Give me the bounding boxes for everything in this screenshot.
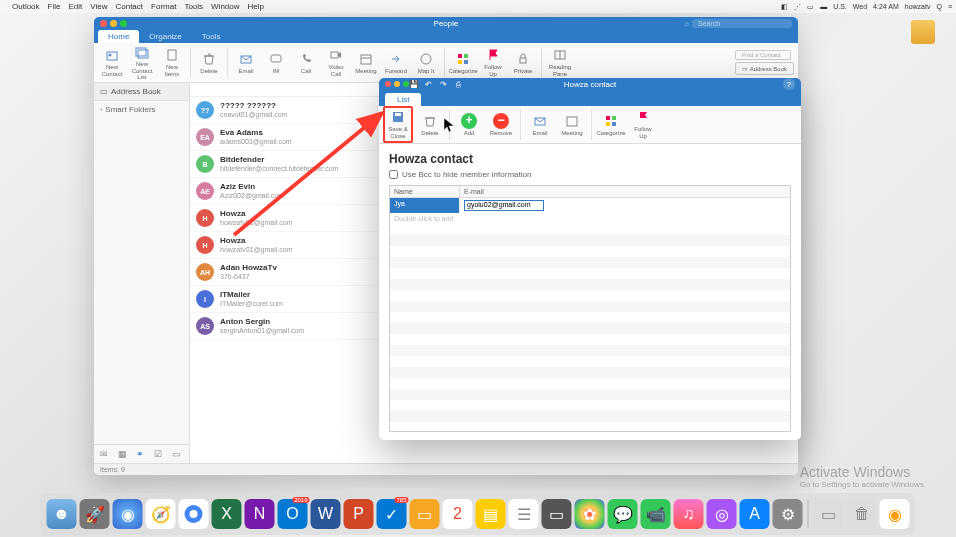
sidebar-address-book[interactable]: ▭Address Book [94,83,189,101]
tasks-icon[interactable]: ☑ [152,449,164,459]
people-icon[interactable]: ⚭ [134,449,146,459]
app-name[interactable]: Outlook [12,2,40,11]
column-email[interactable]: E-mail [460,186,790,197]
status-icon[interactable]: ◧ [781,3,788,11]
popup-categorize-button[interactable]: Categorize [596,113,626,137]
dock-appstore[interactable]: A [740,499,770,529]
bcc-checkbox[interactable] [389,170,398,179]
dock-safari[interactable]: 🧭 [146,499,176,529]
clock-time[interactable]: 4:24 AM [873,3,899,10]
search-input[interactable]: Search [692,19,792,28]
find-contact-input[interactable]: Find a Contact [735,50,791,60]
dock-facetime[interactable]: 📹 [641,499,671,529]
popup-tab-list[interactable]: List [385,93,421,106]
menu-contact[interactable]: Contact [115,2,143,11]
email-button[interactable]: Email [232,51,260,75]
help-button[interactable]: ? [783,78,795,90]
popup-delete-button[interactable]: Delete [415,113,445,137]
dock-settings[interactable]: ⚙ [773,499,803,529]
dock-podcasts[interactable]: ◎ [707,499,737,529]
flag-icon[interactable]: ▬ [820,3,827,10]
calendar-icon[interactable]: ▦ [116,449,128,459]
dock-app[interactable]: ◉ [880,499,910,529]
popup-titlebar[interactable]: 💾 ↶ ↷ ⎙ Howza contact ? [379,78,801,90]
input-lang[interactable]: U.S. [833,3,847,10]
user-name[interactable]: howzatv [905,3,931,10]
dock-onenote[interactable]: N [245,499,275,529]
menu-window[interactable]: Window [211,2,239,11]
follow-up-button[interactable]: FollowUp [479,47,507,77]
meeting-button[interactable]: Meeting [352,51,380,75]
dock-messages[interactable]: 💬 [608,499,638,529]
dock-music[interactable]: ♫ [674,499,704,529]
new-contact-list-button[interactable]: NewContact List [128,44,156,81]
dock-books[interactable]: ▭ [410,499,440,529]
window-titlebar[interactable]: People ⌕ Search [94,17,798,29]
dock-powerpoint[interactable]: P [344,499,374,529]
address-book-button[interactable]: ▭Address Book [735,62,794,75]
dock-finder[interactable]: ☻ [47,499,77,529]
column-name[interactable]: Name [390,186,460,197]
categorize-button[interactable]: Categorize [449,51,477,75]
maximize-button[interactable] [120,20,127,27]
battery-icon[interactable]: ▭ [807,3,814,11]
menu-file[interactable]: File [48,2,61,11]
reading-pane-button[interactable]: ReadingPane [546,47,574,77]
private-button[interactable]: Private [509,51,537,75]
popup-minimize-button[interactable] [394,81,400,87]
dock-word[interactable]: W [311,499,341,529]
dock-reminders[interactable]: ☰ [509,499,539,529]
tab-organize[interactable]: Organize [139,30,191,43]
menu-format[interactable]: Format [151,2,176,11]
tab-home[interactable]: Home [98,30,139,43]
add-placeholder[interactable]: Double-click to add [390,213,790,224]
member-name-cell[interactable]: Jya [390,198,460,213]
map-it-button[interactable]: Map It [412,51,440,75]
wifi-icon[interactable]: ⋰ [794,3,801,11]
save-icon[interactable]: 💾 [409,80,418,89]
print-icon[interactable]: ⎙ [454,80,463,89]
spotlight-icon[interactable]: Q [936,3,941,10]
dock-notes[interactable]: ▤ [476,499,506,529]
popup-email-button[interactable]: Email [525,113,555,137]
close-button[interactable] [100,20,107,27]
popup-meeting-button[interactable]: Meeting [557,113,587,137]
dock-contacts[interactable]: ▭ [542,499,572,529]
call-button[interactable]: Call [292,51,320,75]
mail-icon[interactable]: ✉ [98,449,110,459]
add-member-button[interactable]: +Add [454,113,484,137]
dock-outlook[interactable]: O2019 [278,499,308,529]
redo-icon[interactable]: ↷ [439,80,448,89]
undo-icon[interactable]: ↶ [424,80,433,89]
dock-todo[interactable]: ✓785 [377,499,407,529]
dock-downloads[interactable]: ▭ [814,499,844,529]
minimize-button[interactable] [110,20,117,27]
dock-siri[interactable]: ◉ [113,499,143,529]
save-close-button[interactable]: Save &Close [383,106,413,142]
desktop-disk[interactable] [908,20,938,56]
delete-button[interactable]: Delete [195,51,223,75]
tab-tools[interactable]: Tools [192,30,231,43]
sidebar-smart-folders[interactable]: ›Smart Folders [94,101,189,118]
popup-close-button[interactable] [385,81,391,87]
dock-trash[interactable]: 🗑 [847,499,877,529]
dock-chrome[interactable] [179,499,209,529]
menu-edit[interactable]: Edit [68,2,82,11]
menu-help[interactable]: Help [248,2,264,11]
clock-day[interactable]: Wed [853,3,867,10]
new-contact-button[interactable]: NewContact [98,47,126,77]
forward-button[interactable]: Forward [382,51,410,75]
popup-follow-up-button[interactable]: FollowUp [628,109,658,139]
menu-view[interactable]: View [90,2,107,11]
menu-icon[interactable]: ≡ [948,3,952,10]
menu-tools[interactable]: Tools [184,2,203,11]
dock-launchpad[interactable]: 🚀 [80,499,110,529]
member-email-input[interactable]: gyolu02@gmail.com [464,200,544,211]
im-button[interactable]: IM [262,51,290,75]
new-items-button[interactable]: NewItems [158,47,186,77]
remove-member-button[interactable]: −Remove [486,113,516,137]
member-row[interactable]: Jya gyolu02@gmail.com [390,198,790,213]
dock-photos[interactable]: ✿ [575,499,605,529]
dock-calendar[interactable]: 2 [443,499,473,529]
notes-icon[interactable]: ▭ [170,449,182,459]
